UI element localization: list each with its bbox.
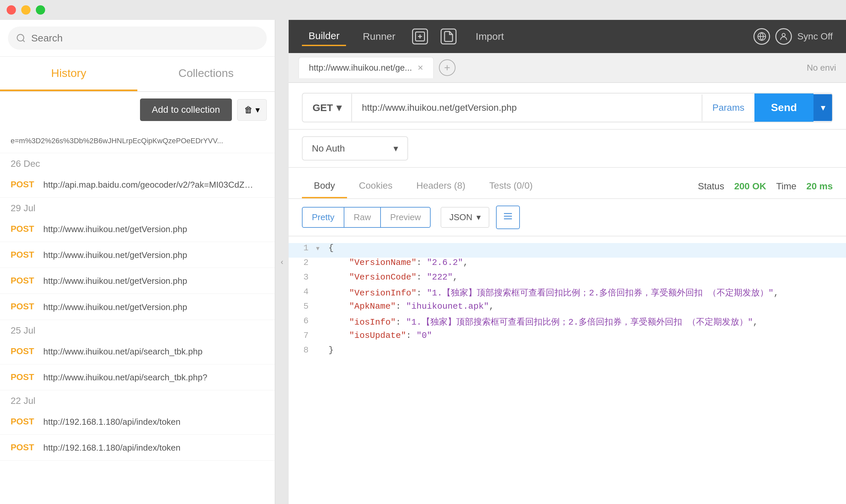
wrap-button[interactable] — [496, 205, 520, 229]
line-number: 4 — [289, 287, 315, 297]
list-item[interactable]: POST http://www.ihuikou.net/api/search_t… — [0, 364, 275, 390]
tab-body[interactable]: Body — [302, 175, 347, 198]
status-value: 200 OK — [734, 181, 766, 192]
new-tab-plus-button[interactable]: + — [439, 59, 456, 76]
tabs: History Collections — [0, 57, 275, 92]
tab-collections[interactable]: Collections — [137, 57, 275, 91]
tab-history[interactable]: History — [0, 57, 137, 91]
line-number: 1 — [289, 243, 315, 253]
sync-icon[interactable] — [754, 28, 770, 45]
delete-button[interactable]: 🗑 ▾ — [237, 99, 267, 121]
send-button[interactable]: Send — [754, 93, 813, 122]
list-item[interactable]: POST http://www.ihuikou.net/getVersion.p… — [0, 216, 275, 242]
search-icon — [16, 33, 26, 43]
line-content: "iosUpdate": "0" — [325, 330, 846, 341]
top-bar: Builder Runner Import — [289, 20, 846, 53]
method-badge: POST — [11, 346, 34, 356]
list-item[interactable]: e=m%3D2%26s%3Db%2B6wJHNLrpEcQipKwQzePOeE… — [0, 128, 275, 153]
code-line: 4 "VersionInfo": "1.【独家】顶部搜索框可查看回扣比例；2.多… — [289, 287, 846, 301]
no-env-label: No envi — [807, 63, 836, 73]
line-number: 8 — [289, 345, 315, 355]
date-label: 26 Dec — [0, 153, 275, 172]
list-item[interactable]: POST http://www.ihuikou.net/api/search_t… — [0, 339, 275, 364]
item-url: http://192.168.1.180/api/index/token — [43, 443, 180, 453]
list-item[interactable]: POST http://192.168.1.180/api/index/toke… — [0, 435, 275, 461]
sync-label: Sync Off — [797, 31, 833, 42]
method-badge: POST — [11, 372, 34, 382]
search-bar — [0, 20, 275, 57]
method-select[interactable]: GET ▾ — [303, 94, 352, 121]
main-panel: Builder Runner Import — [289, 20, 846, 504]
time-label: Time — [776, 181, 796, 192]
code-line: 3 "VersionCode": "222", — [289, 272, 846, 287]
item-url: e=m%3D2%26s%3Db%2B6wJHNLrpEcQipKwQzePOeE… — [11, 137, 223, 145]
url-tab-label: http://www.ihuikou.net/ge... — [309, 63, 412, 73]
json-label: JSON — [449, 212, 472, 222]
auth-select[interactable]: No Auth ▾ — [302, 136, 408, 161]
list-item[interactable]: POST http://www.ihuikou.net/getVersion.p… — [0, 294, 275, 320]
date-label: 25 Jul — [0, 320, 275, 339]
params-button[interactable]: Params — [702, 94, 754, 121]
item-url: http://www.ihuikou.net/getVersion.php — [43, 224, 188, 234]
svg-point-7 — [782, 34, 785, 36]
trash-icon: 🗑 — [244, 105, 253, 115]
json-type-select[interactable]: JSON ▾ — [441, 207, 489, 228]
list-item[interactable]: POST http://api.map.baidu.com/geocoder/v… — [0, 172, 275, 198]
tab-cookies[interactable]: Cookies — [347, 175, 404, 198]
fold-arrow[interactable]: ▾ — [315, 243, 325, 254]
sidebar: History Collections Add to collection 🗑 … — [0, 20, 275, 504]
method-badge: POST — [11, 301, 34, 311]
close-button[interactable] — [7, 5, 16, 15]
tab-headers[interactable]: Headers (8) — [404, 175, 477, 198]
date-label: 29 Jul — [0, 198, 275, 216]
send-dropdown-button[interactable]: ▾ — [813, 94, 832, 121]
search-input-wrap[interactable] — [8, 26, 267, 50]
import-icon[interactable] — [441, 29, 457, 44]
url-input[interactable] — [352, 94, 702, 121]
user-icon[interactable] — [775, 28, 792, 45]
line-number: 6 — [289, 316, 315, 326]
line-content: "VersionName": "2.6.2", — [325, 258, 846, 268]
line-content: "ApkName": "ihuikounet.apk", — [325, 301, 846, 311]
format-tab-raw[interactable]: Raw — [345, 208, 380, 227]
item-url: http://api.map.baidu.com/geocoder/v2/?ak… — [43, 180, 256, 190]
maximize-button[interactable] — [36, 5, 45, 15]
chevron-left-icon: ‹ — [281, 257, 283, 267]
auth-row: No Auth ▾ — [289, 130, 846, 168]
code-line: 6 "iosInfo": "1.【独家】顶部搜索框可查看回扣比例；2.多倍回扣券… — [289, 316, 846, 330]
close-tab-icon[interactable]: ✕ — [417, 64, 423, 72]
method-badge: POST — [11, 250, 34, 259]
url-tab[interactable]: http://www.ihuikou.net/ge... ✕ — [299, 57, 434, 78]
format-tab-pretty[interactable]: Pretty — [303, 208, 344, 227]
nav-import[interactable]: Import — [469, 28, 511, 46]
dropdown-arrow-icon: ▾ — [255, 105, 260, 115]
format-tab-preview[interactable]: Preview — [381, 208, 430, 227]
app-container: History Collections Add to collection 🗑 … — [0, 20, 846, 504]
time-value: 20 ms — [807, 181, 833, 192]
code-line: 2 "VersionName": "2.6.2", — [289, 258, 846, 272]
nav-runner[interactable]: Runner — [356, 28, 402, 46]
item-url: http://192.168.1.180/api/index/token — [43, 417, 180, 427]
nav-builder[interactable]: Builder — [302, 27, 346, 46]
list-item[interactable]: POST http://www.ihuikou.net/getVersion.p… — [0, 242, 275, 268]
item-url: http://www.ihuikou.net/getVersion.php — [43, 276, 188, 286]
item-url: http://www.ihuikou.net/getVersion.php — [43, 302, 188, 312]
method-label: GET — [313, 102, 333, 113]
method-dropdown-icon: ▾ — [336, 102, 341, 113]
method-badge: POST — [11, 275, 34, 286]
url-bar: http://www.ihuikou.net/ge... ✕ + No envi — [289, 53, 846, 83]
search-input[interactable] — [31, 33, 259, 44]
tab-tests[interactable]: Tests (0/0) — [477, 175, 545, 198]
minimize-button[interactable] — [21, 5, 31, 15]
add-to-collection-button[interactable]: Add to collection — [140, 98, 232, 121]
status-area: Status 200 OK Time 20 ms — [698, 181, 833, 192]
method-badge: POST — [11, 179, 34, 189]
format-tabs: Pretty Raw Preview — [302, 207, 430, 228]
list-item[interactable]: POST http://192.168.1.180/api/index/toke… — [0, 409, 275, 435]
list-item[interactable]: POST http://www.ihuikou.net/getVersion.p… — [0, 268, 275, 294]
new-tab-icon[interactable] — [412, 29, 428, 44]
line-content: "VersionCode": "222", — [325, 272, 846, 282]
request-area: GET ▾ Params Send ▾ — [289, 83, 846, 130]
sidebar-collapse-handle[interactable]: ‹ — [275, 20, 289, 504]
code-line: 8 } — [289, 345, 846, 360]
